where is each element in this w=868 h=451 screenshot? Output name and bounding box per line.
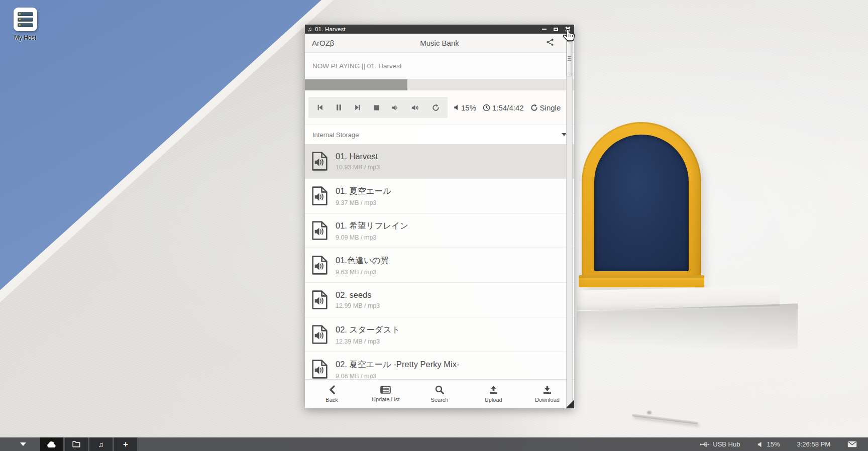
brand-label: ArOZβ bbox=[312, 39, 334, 47]
volume-indicator: 15% bbox=[454, 103, 476, 112]
back-button[interactable]: Back bbox=[305, 380, 359, 408]
taskbar-cloud-button[interactable] bbox=[40, 437, 63, 451]
envelope-icon bbox=[847, 441, 857, 447]
song-list-item[interactable]: 01. Harvest 10.93 MB / mp3 bbox=[305, 144, 574, 179]
song-list-item[interactable]: 02. 夏空エール -Pretty Perky Mix- 9.06 MB / m… bbox=[305, 352, 574, 379]
bottom-toolbar: Back Update List Search Upload Download bbox=[305, 379, 574, 408]
music-player-window: ♫ 01. Harvest Music Bank ArOZβ NOW PLAYI… bbox=[305, 25, 574, 408]
play-mode[interactable]: Single bbox=[530, 103, 561, 112]
song-text: 02. 夏空エール -Pretty Perky Mix- 9.06 MB / m… bbox=[336, 359, 459, 380]
window-titlebar[interactable]: ♫ 01. Harvest bbox=[305, 25, 574, 34]
speaker-icon bbox=[757, 441, 763, 447]
taskbar-buttons: ♫ + bbox=[40, 437, 137, 451]
song-list-item[interactable]: 01.色違いの翼 9.63 MB / mp3 bbox=[305, 248, 574, 283]
music-note-icon: ♫ bbox=[98, 440, 103, 448]
taskbar-add-button[interactable]: + bbox=[114, 437, 137, 451]
now-playing-text: NOW PLAYING || 01. Harvest bbox=[312, 62, 402, 70]
plus-icon: + bbox=[123, 440, 128, 448]
update-list-label: Update List bbox=[372, 396, 400, 402]
pause-icon bbox=[336, 104, 342, 111]
audio-file-icon bbox=[311, 360, 328, 379]
window-title: 01. Harvest bbox=[315, 26, 537, 32]
pause-button[interactable] bbox=[336, 104, 342, 111]
song-list-item[interactable]: 01. 夏空エール 9.37 MB / mp3 bbox=[305, 179, 574, 213]
repeat-button[interactable] bbox=[432, 104, 440, 111]
song-meta: 10.93 MB / mp3 bbox=[336, 164, 380, 171]
taskbar-files-button[interactable] bbox=[65, 437, 88, 451]
clock-icon bbox=[483, 104, 490, 111]
audio-file-icon bbox=[311, 152, 328, 171]
desktop-icon-my-host[interactable]: My Host bbox=[7, 8, 43, 41]
seek-bar[interactable] bbox=[305, 79, 574, 90]
storage-selector[interactable]: Internal Storage bbox=[305, 125, 574, 144]
stop-button[interactable] bbox=[373, 104, 380, 111]
song-meta: 12.39 MB / mp3 bbox=[336, 338, 400, 345]
playback-controls: 15% 1:54/4:42 Single bbox=[305, 90, 574, 125]
upload-button[interactable]: Upload bbox=[467, 380, 520, 408]
arched-window-glass bbox=[594, 135, 689, 271]
folder-icon bbox=[72, 441, 80, 447]
ledge-shadow bbox=[577, 303, 798, 356]
scrollbar-thumb[interactable] bbox=[567, 41, 572, 76]
song-text: 02. seeds 12.99 MB / mp3 bbox=[336, 290, 380, 309]
app-name: Music Bank bbox=[305, 39, 574, 47]
share-button[interactable] bbox=[546, 38, 554, 48]
search-icon bbox=[435, 385, 444, 394]
maximize-button[interactable] bbox=[552, 26, 560, 33]
close-button[interactable] bbox=[563, 26, 572, 33]
update-list-button[interactable]: Update List bbox=[359, 380, 412, 408]
volume-up-button[interactable] bbox=[411, 104, 420, 111]
desktop-icon-label: My Host bbox=[7, 34, 43, 41]
song-text: 02. スターダスト 12.39 MB / mp3 bbox=[336, 324, 400, 345]
taskbar-music-button[interactable]: ♫ bbox=[89, 437, 113, 451]
previous-button[interactable] bbox=[316, 104, 323, 111]
next-button[interactable] bbox=[354, 104, 361, 111]
song-list-item[interactable]: 02. seeds 12.99 MB / mp3 bbox=[305, 283, 574, 317]
audio-file-icon bbox=[311, 325, 328, 344]
audio-file-icon bbox=[311, 221, 328, 240]
audio-file-icon bbox=[311, 186, 328, 205]
now-playing-bar: NOW PLAYING || 01. Harvest bbox=[305, 53, 574, 79]
download-label: Download bbox=[535, 397, 560, 403]
song-list-item[interactable]: 01. 希望リフレイン 9.09 MB / mp3 bbox=[305, 213, 574, 248]
usb-hub-indicator[interactable]: USB Hub bbox=[700, 440, 740, 448]
messages-button[interactable] bbox=[847, 441, 857, 447]
audio-file-icon bbox=[311, 290, 328, 309]
playback-info: 15% 1:54/4:42 Single bbox=[454, 103, 561, 112]
previous-icon bbox=[316, 104, 323, 111]
search-button[interactable]: Search bbox=[412, 380, 466, 408]
clock[interactable]: 3:26:58 PM bbox=[797, 440, 831, 448]
minimize-button[interactable] bbox=[540, 26, 549, 33]
song-title: 01.色違いの翼 bbox=[336, 255, 389, 266]
song-text: 01. 夏空エール 9.37 MB / mp3 bbox=[336, 186, 391, 206]
song-meta: 9.37 MB / mp3 bbox=[336, 199, 391, 206]
volume-value: 15% bbox=[461, 103, 476, 112]
window-scrollbar[interactable] bbox=[566, 35, 573, 407]
transport-button-group bbox=[308, 97, 448, 118]
song-text: 01. Harvest 10.93 MB / mp3 bbox=[336, 152, 380, 171]
volume-down-button[interactable] bbox=[392, 104, 399, 111]
song-title: 02. seeds bbox=[336, 290, 380, 300]
close-icon bbox=[565, 27, 570, 32]
storage-selected-value: Internal Storage bbox=[312, 131, 359, 139]
song-meta: 9.63 MB / mp3 bbox=[336, 269, 389, 276]
song-meta: 9.09 MB / mp3 bbox=[336, 234, 408, 241]
taskbar-menu-caret-icon[interactable] bbox=[20, 442, 26, 446]
back-chevron-icon bbox=[329, 385, 336, 394]
stop-icon bbox=[373, 104, 380, 111]
arched-window-sill bbox=[579, 275, 704, 287]
mode-repeat-icon bbox=[530, 104, 538, 111]
usb-icon bbox=[700, 441, 709, 447]
song-text: 01.色違いの翼 9.63 MB / mp3 bbox=[336, 255, 389, 276]
minimize-icon bbox=[542, 29, 547, 30]
audio-file-icon bbox=[311, 256, 328, 275]
volume-indicator[interactable]: 15% bbox=[757, 440, 780, 448]
volume-up-icon bbox=[411, 104, 420, 111]
list-icon bbox=[380, 386, 391, 394]
window-resize-handle[interactable] bbox=[566, 400, 574, 408]
song-meta: 9.06 MB / mp3 bbox=[336, 373, 459, 380]
song-title: 01. Harvest bbox=[336, 152, 380, 161]
cloud-icon bbox=[47, 441, 57, 448]
song-text: 01. 希望リフレイン 9.09 MB / mp3 bbox=[336, 220, 408, 241]
song-list-item[interactable]: 02. スターダスト 12.39 MB / mp3 bbox=[305, 317, 574, 352]
